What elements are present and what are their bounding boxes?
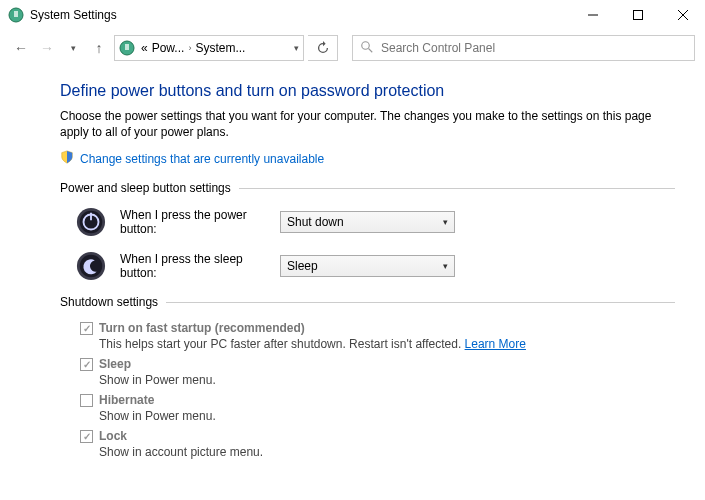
svg-line-9 <box>369 48 373 52</box>
chevron-down-icon: ▾ <box>443 261 448 271</box>
sleep-row: Sleep <box>80 357 675 371</box>
crumb-prefix[interactable]: « <box>139 41 150 55</box>
breadcrumb-power[interactable]: Pow... <box>150 41 187 55</box>
refresh-button[interactable] <box>308 35 338 61</box>
fast-startup-desc-text: This helps start your PC faster after sh… <box>99 337 465 351</box>
app-icon <box>8 7 24 23</box>
learn-more-link[interactable]: Learn More <box>465 337 526 351</box>
sleep-desc: Show in Power menu. <box>99 373 675 387</box>
lock-label: Lock <box>99 429 127 443</box>
address-icon <box>119 40 135 56</box>
svg-rect-7 <box>125 44 129 50</box>
fast-startup-label: Turn on fast startup (recommended) <box>99 321 305 335</box>
search-box[interactable] <box>352 35 695 61</box>
power-icon <box>76 207 106 237</box>
page-heading: Define power buttons and turn on passwor… <box>60 82 675 100</box>
breadcrumb-system[interactable]: System... <box>193 41 247 55</box>
sleep-label: Sleep <box>99 357 131 371</box>
lock-row: Lock <box>80 429 675 443</box>
window-controls <box>570 0 705 30</box>
hibernate-checkbox[interactable] <box>80 394 93 407</box>
fast-startup-desc: This helps start your PC faster after sh… <box>99 337 675 351</box>
hibernate-label: Hibernate <box>99 393 154 407</box>
crumb-sep-icon: › <box>186 43 193 53</box>
lock-checkbox[interactable] <box>80 430 93 443</box>
power-button-value: Shut down <box>287 215 344 229</box>
fast-startup-row: Turn on fast startup (recommended) <box>80 321 675 335</box>
svg-rect-3 <box>633 11 642 20</box>
minimize-button[interactable] <box>570 0 615 30</box>
back-button[interactable]: ← <box>10 37 32 59</box>
content: Define power buttons and turn on passwor… <box>0 66 705 459</box>
svg-point-8 <box>362 41 370 49</box>
sleep-button-select[interactable]: Sleep ▾ <box>280 255 455 277</box>
window-title: System Settings <box>30 8 117 22</box>
search-input[interactable] <box>381 41 686 55</box>
power-button-select[interactable]: Shut down ▾ <box>280 211 455 233</box>
up-button[interactable]: ↑ <box>88 37 110 59</box>
shield-icon <box>60 150 74 167</box>
toolbar: ← → ▾ ↑ « Pow... › System... ▾ <box>0 30 705 66</box>
sleep-button-label: When I press the sleep button: <box>120 252 280 280</box>
search-icon <box>361 41 373 56</box>
close-button[interactable] <box>660 0 705 30</box>
sleep-icon <box>76 251 106 281</box>
page-description: Choose the power settings that you want … <box>60 108 675 140</box>
section-shutdown: Shutdown settings <box>60 295 675 309</box>
maximize-button[interactable] <box>615 0 660 30</box>
address-dropdown-icon[interactable]: ▾ <box>294 43 299 53</box>
chevron-down-icon: ▾ <box>443 217 448 227</box>
section-power-buttons: Power and sleep button settings <box>60 181 675 195</box>
change-settings-text: Change settings that are currently unava… <box>80 152 324 166</box>
shutdown-settings-list: Turn on fast startup (recommended) This … <box>80 321 675 459</box>
power-button-row: When I press the power button: Shut down… <box>76 207 675 237</box>
sleep-button-row: When I press the sleep button: Sleep ▾ <box>76 251 675 281</box>
sleep-button-value: Sleep <box>287 259 318 273</box>
sleep-checkbox[interactable] <box>80 358 93 371</box>
svg-rect-1 <box>14 11 18 17</box>
hibernate-desc: Show in Power menu. <box>99 409 675 423</box>
forward-button[interactable]: → <box>36 37 58 59</box>
hibernate-row: Hibernate <box>80 393 675 407</box>
titlebar: System Settings <box>0 0 705 30</box>
recent-dropdown[interactable]: ▾ <box>62 37 84 59</box>
lock-desc: Show in account picture menu. <box>99 445 675 459</box>
change-settings-link[interactable]: Change settings that are currently unava… <box>60 150 675 167</box>
divider <box>166 302 675 303</box>
section-power-label: Power and sleep button settings <box>60 181 231 195</box>
power-button-label: When I press the power button: <box>120 208 280 236</box>
address-bar[interactable]: « Pow... › System... ▾ <box>114 35 304 61</box>
section-shutdown-label: Shutdown settings <box>60 295 158 309</box>
fast-startup-checkbox[interactable] <box>80 322 93 335</box>
divider <box>239 188 675 189</box>
